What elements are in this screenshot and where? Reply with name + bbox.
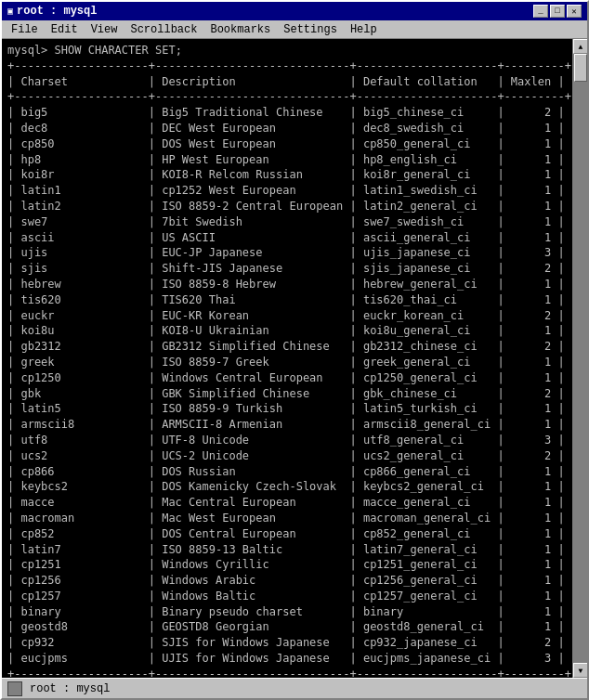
scroll-track[interactable] <box>573 54 587 663</box>
minimize-button[interactable]: _ <box>533 5 548 18</box>
status-icon <box>7 681 22 696</box>
row-15: | gb2312 | GB2312 Simplified Chinese | g… <box>7 339 567 355</box>
row-17: | cp1250 | Windows Central European | cp… <box>7 370 567 386</box>
row-28: | latin7 | ISO 8859-13 Baltic | latin7_g… <box>7 542 567 558</box>
row-18: | gbk | GBK Simplified Chinese | gbk_chi… <box>7 386 567 402</box>
separator-top: +--------------------+------------------… <box>7 58 567 74</box>
row-23: | cp866 | DOS Russian | cp866_general_ci… <box>7 464 567 480</box>
scrollbar-container: mysql> SHOW CHARACTER SET; +------------… <box>2 39 587 678</box>
row-16: | greek | ISO 8859-7 Greek | greek_gener… <box>7 355 567 370</box>
scroll-thumb[interactable] <box>574 54 587 82</box>
menu-file[interactable]: File <box>6 22 44 37</box>
close-button[interactable]: ✕ <box>567 5 582 18</box>
scroll-up-button[interactable]: ▲ <box>573 39 587 54</box>
row-29: | cp1251 | Windows Cyrillic | cp1251_gen… <box>7 557 567 573</box>
status-bar: root : mysql <box>2 678 587 698</box>
menu-bar: File Edit View Scrollback Bookmarks Sett… <box>2 20 587 39</box>
row-1: | dec8 | DEC West European | dec8_swedis… <box>7 121 567 136</box>
row-30: | cp1256 | Windows Arabic | cp1256_gener… <box>7 573 567 589</box>
row-20: | armscii8 | ARMSCII-8 Armenian | armsci… <box>7 417 567 433</box>
separator-bottom: +--------------------+------------------… <box>7 667 567 678</box>
row-25: | macce | Mac Central European | macce_g… <box>7 495 567 511</box>
title-bar: ▣ root : mysql _ □ ✕ <box>2 2 587 20</box>
row-32: | binary | Binary pseudo charset | binar… <box>7 604 567 620</box>
row-22: | ucs2 | UCS-2 Unicode | ucs2_general_ci… <box>7 448 567 464</box>
row-8: | ascii | US ASCII | ascii_general_ci | … <box>7 230 567 246</box>
row-24: | keybcs2 | DOS Kamenicky Czech-Slovak |… <box>7 479 567 495</box>
row-11: | hebrew | ISO 8859-8 Hebrew | hebrew_ge… <box>7 277 567 292</box>
row-9: | ujis | EUC-JP Japanese | ujis_japanese… <box>7 245 567 261</box>
menu-edit[interactable]: Edit <box>46 22 84 37</box>
row-19: | latin5 | ISO 8859-9 Turkish | latin5_t… <box>7 401 567 417</box>
window-title: root : mysql <box>17 5 97 18</box>
row-7: | swe7 | 7bit Swedish | swe7_swedish_ci … <box>7 214 567 230</box>
scroll-down-button[interactable]: ▼ <box>573 663 587 678</box>
row-34: | cp932 | SJIS for Windows Japanese | cp… <box>7 635 567 651</box>
row-10: | sjis | Shift-JIS Japanese | sjis_japan… <box>7 261 567 277</box>
row-35: | eucjpms | UJIS for Windows Japanese | … <box>7 651 567 667</box>
main-window: ▣ root : mysql _ □ ✕ File Edit View Scro… <box>0 0 589 700</box>
terminal-area[interactable]: mysql> SHOW CHARACTER SET; +------------… <box>2 39 572 678</box>
row-6: | latin2 | ISO 8859-2 Central European |… <box>7 199 567 214</box>
maximize-button[interactable]: □ <box>550 5 565 18</box>
menu-settings[interactable]: Settings <box>278 22 343 37</box>
row-12: | tis620 | TIS620 Thai | tis620_thai_ci … <box>7 292 567 308</box>
menu-help[interactable]: Help <box>345 22 383 37</box>
row-2: | cp850 | DOS West European | cp850_gene… <box>7 136 567 152</box>
separator-header: +--------------------+------------------… <box>7 89 567 105</box>
row-33: | geostd8 | GEOSTD8 Georgian | geostd8_g… <box>7 619 567 635</box>
status-text: root : mysql <box>30 682 110 695</box>
window-icon: ▣ <box>7 6 13 17</box>
menu-bookmarks[interactable]: Bookmarks <box>204 22 276 37</box>
row-31: | cp1257 | Windows Baltic | cp1257_gener… <box>7 589 567 604</box>
title-bar-buttons: _ □ ✕ <box>533 5 582 18</box>
title-bar-left: ▣ root : mysql <box>7 5 97 18</box>
command-line: mysql> SHOW CHARACTER SET; <box>7 43 567 58</box>
row-27: | cp852 | DOS Central European | cp852_g… <box>7 526 567 542</box>
row-4: | koi8r | KOI8-R Relcom Russian | koi8r_… <box>7 167 567 183</box>
row-0: | big5 | Big5 Traditional Chinese | big5… <box>7 105 567 121</box>
terminal-wrapper: mysql> SHOW CHARACTER SET; +------------… <box>2 39 572 678</box>
scrollbar: ▲ ▼ <box>572 39 587 678</box>
row-21: | utf8 | UTF-8 Unicode | utf8_general_ci… <box>7 433 567 448</box>
row-14: | koi8u | KOI8-U Ukrainian | koi8u_gener… <box>7 323 567 339</box>
row-13: | euckr | EUC-KR Korean | euckr_korean_c… <box>7 308 567 324</box>
table-header: | Charset | Description | Default collat… <box>7 74 567 90</box>
row-5: | latin1 | cp1252 West European | latin1… <box>7 183 567 199</box>
row-26: | macroman | Mac West European | macroma… <box>7 511 567 526</box>
menu-scrollback[interactable]: Scrollback <box>124 22 203 37</box>
row-3: | hp8 | HP West European | hp8_english_c… <box>7 152 567 168</box>
menu-view[interactable]: View <box>85 22 124 37</box>
